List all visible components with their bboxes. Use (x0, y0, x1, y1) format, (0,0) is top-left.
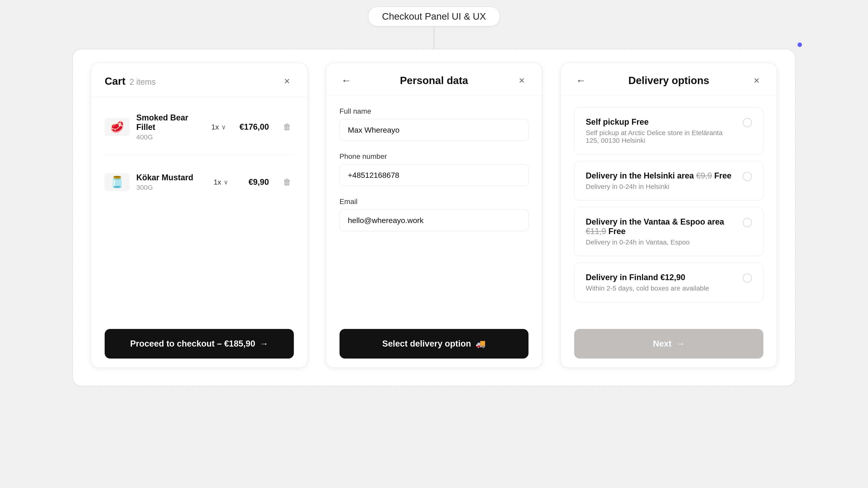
qty-chevron-icon: ∨ (223, 178, 228, 186)
arrow-right-icon: → (676, 339, 685, 349)
item-weight: 300G (136, 184, 200, 191)
delivery-icon: 🚚 (475, 339, 486, 349)
delivery-option-title: Delivery in Finland €12,90 (586, 273, 736, 282)
item-image-mustard: 🫙 (105, 173, 129, 191)
arrow-right-icon: → (260, 339, 268, 349)
cart-panel: Cart 2 items × 🥩 Smoked Bear Fillet 400G… (91, 63, 308, 368)
item-image-bear-fillet: 🥩 (105, 118, 129, 136)
cart-close-button[interactable]: × (280, 74, 294, 88)
item-name: Smoked Bear Fillet (136, 113, 198, 132)
cart-items-list: 🥩 Smoked Bear Fillet 400G 1x ∨ €176,00 🗑… (105, 108, 294, 196)
cart-body: 🥩 Smoked Bear Fillet 400G 1x ∨ €176,00 🗑… (91, 97, 307, 320)
delivery-option-desc: Within 2-5 days, cold boxes are availabl… (586, 285, 736, 292)
next-button[interactable]: Next → (574, 329, 763, 359)
select-delivery-button[interactable]: Select delivery option 🚚 (340, 329, 529, 359)
item-price: €176,00 (240, 122, 269, 132)
cart-header: Cart 2 items × (91, 63, 307, 97)
checkout-container: Cart 2 items × 🥩 Smoked Bear Fillet 400G… (72, 49, 796, 386)
radio-button[interactable] (743, 118, 752, 127)
delivery-option-title: Self pickup Free (586, 117, 736, 127)
connector (434, 26, 434, 49)
table-row: 🥩 Smoked Bear Fillet 400G 1x ∨ €176,00 🗑 (105, 108, 294, 145)
personal-data-body: Full name Phone number Email (326, 96, 542, 320)
list-item[interactable]: Delivery in the Vantaa & Espoo area €11,… (574, 207, 763, 256)
email-input[interactable] (340, 209, 529, 231)
personal-data-header: ← Personal data × (326, 63, 542, 96)
delivery-option-desc: Delivery in 0-24h in Helsinki (586, 183, 736, 191)
divider (105, 155, 294, 155)
full-name-input[interactable] (340, 119, 529, 141)
qty-chevron-icon: ∨ (221, 123, 226, 131)
delivery-option-desc: Delivery in 0-24h in Vantaa, Espoo (586, 238, 736, 246)
list-item[interactable]: Self pickup Free Self pickup at Arctic D… (574, 107, 763, 155)
item-info-mustard: Kökar Mustard 300G (136, 173, 200, 191)
item-name: Kökar Mustard (136, 173, 200, 182)
email-label: Email (340, 197, 529, 206)
table-row: 🫙 Kökar Mustard 300G 1x ∨ €9,90 🗑 (105, 168, 294, 196)
phone-group: Phone number (340, 152, 529, 186)
full-name-label: Full name (340, 107, 529, 116)
cart-footer: Proceed to checkout – €185,90 → (91, 320, 307, 367)
list-item[interactable]: Delivery in Finland €12,90 Within 2-5 da… (574, 263, 763, 302)
delivery-option-desc: Self pickup at Arctic Delice store in Et… (586, 129, 736, 144)
cart-count: 2 items (129, 77, 156, 87)
delivery-option-title: Delivery in the Vantaa & Espoo area €11,… (586, 217, 736, 236)
phone-label: Phone number (340, 152, 529, 161)
delivery-options-title: Delivery options (628, 74, 709, 87)
radio-button[interactable] (743, 218, 752, 227)
page-title: Checkout Panel UI & UX (368, 7, 500, 26)
checkout-button[interactable]: Proceed to checkout – €185,90 → (105, 329, 294, 359)
radio-button[interactable] (743, 172, 752, 181)
personal-data-panel: ← Personal data × Full name Phone number… (326, 63, 542, 368)
personal-data-title: Personal data (400, 74, 468, 87)
personal-data-back-button[interactable]: ← (340, 74, 353, 87)
cursor-dot (798, 42, 802, 47)
radio-button[interactable] (743, 273, 752, 283)
delete-item-button[interactable]: 🗑 (280, 120, 294, 134)
delivery-options-header: ← Delivery options × (561, 63, 777, 96)
delete-item-button[interactable]: 🗑 (280, 175, 294, 189)
item-weight: 400G (136, 133, 198, 141)
personal-data-footer: Select delivery option 🚚 (326, 320, 542, 367)
item-price: €9,90 (242, 177, 269, 187)
personal-data-close-button[interactable]: × (515, 74, 528, 87)
delivery-options-footer: Next → (561, 320, 777, 367)
phone-input[interactable] (340, 164, 529, 186)
cart-title: Cart (105, 75, 125, 87)
email-group: Email (340, 197, 529, 231)
item-qty[interactable]: 1x ∨ (211, 123, 226, 131)
delivery-option-title: Delivery in the Helsinki area €9,9 Free (586, 171, 736, 181)
item-qty[interactable]: 1x ∨ (214, 178, 228, 186)
delivery-options-body: Self pickup Free Self pickup at Arctic D… (561, 96, 777, 320)
delivery-close-button[interactable]: × (750, 74, 763, 87)
delivery-options-panel: ← Delivery options × Self pickup Free Se… (560, 63, 777, 368)
full-name-group: Full name (340, 107, 529, 141)
item-info-bear-fillet: Smoked Bear Fillet 400G (136, 113, 198, 141)
list-item[interactable]: Delivery in the Helsinki area €9,9 Free … (574, 161, 763, 201)
delivery-back-button[interactable]: ← (574, 74, 588, 87)
